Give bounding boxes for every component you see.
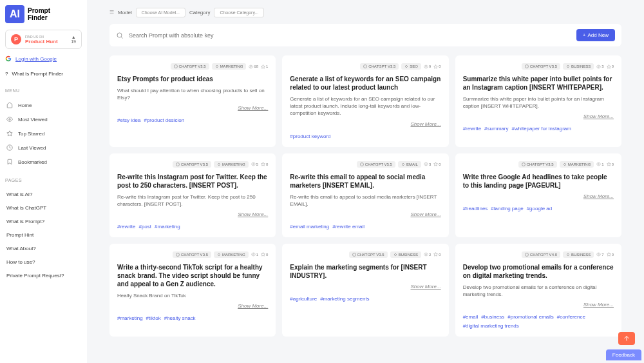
search-bar: +Add New [109, 24, 621, 46]
card-meta: CHATGPT V3.5 SEO 9 0 [290, 63, 440, 70]
category-chip: SEO [401, 63, 421, 70]
views-stat: 1 [596, 162, 603, 166]
card-title: Write a thirty-second TikTok script for … [117, 263, 268, 288]
show-more-link[interactable]: Show More... [117, 105, 268, 111]
tag[interactable]: #tiktok [146, 315, 161, 321]
prompt-card[interactable]: CHATGPT V3.5 BUSINESS 2 0 Explain the ma… [282, 244, 448, 337]
menu-item-last-viewed[interactable]: Last Viewed [5, 141, 82, 155]
page-link[interactable]: What is ChatGPT [5, 201, 82, 215]
show-more-link[interactable]: Show More... [290, 284, 440, 289]
tag[interactable]: #headlines [463, 206, 488, 211]
page-link[interactable]: What About? [5, 242, 82, 255]
tag[interactable]: #marketing [155, 224, 180, 230]
prompt-card[interactable]: CHATGPT V3.5 BUSINESS 3 0 Summarize this… [455, 55, 621, 147]
tag[interactable]: #post [138, 224, 151, 230]
tag[interactable]: #rewrite [463, 126, 481, 132]
tag[interactable]: #promotional emails [507, 314, 554, 320]
svg-point-20 [522, 162, 525, 166]
page-link[interactable]: What is Prompt? [5, 215, 82, 228]
category-chip: MARKETING [560, 161, 594, 168]
show-more-link[interactable]: Show More... [290, 121, 440, 127]
pages-label: PAGES [5, 178, 82, 182]
page-link[interactable]: Private Prompt Request? [5, 269, 82, 282]
card-meta: CHATGPT V3.5 BUSINESS 3 0 [463, 63, 614, 70]
category-chip: MARKETING [214, 251, 249, 258]
model-chip: CHATGPT V3.5 [173, 251, 211, 258]
page-link[interactable]: What is AI? [5, 188, 82, 201]
feedback-button[interactable]: Feedback [606, 349, 641, 360]
producthunt-badge[interactable]: P FIND US ON Product Hunt ▲19 [5, 30, 82, 49]
svg-marker-1 [7, 131, 12, 136]
menu-item-top-starred[interactable]: Top Starred [5, 126, 82, 141]
tag[interactable]: #whitepaper for instagram [511, 126, 571, 132]
prompt-card[interactable]: CHATGPT V4.0 BUSINESS 7 0 Develop two pr… [455, 244, 621, 337]
menu-item-bookmarked[interactable]: Bookmarked [5, 155, 82, 169]
show-more-link[interactable]: Show More... [117, 303, 268, 309]
prompt-card[interactable]: CHATGPT V3.5 EMAIL 3 0 Re-write this ema… [282, 153, 448, 237]
model-select[interactable]: Choose AI Model... [136, 8, 185, 17]
menu-item-home[interactable]: Home [5, 98, 82, 112]
category-select[interactable]: Choose Category... [214, 8, 264, 17]
card-desc: Generate a list of keywords for an SEO c… [290, 95, 440, 117]
show-more-link[interactable]: Show More... [117, 211, 268, 217]
tag[interactable]: #email [463, 314, 478, 320]
views-stat: 3 [596, 64, 603, 69]
card-tags: #email marketing#rewrite email [290, 224, 440, 230]
tag[interactable]: #conference [557, 314, 585, 320]
svg-point-15 [252, 164, 254, 165]
show-more-link[interactable]: Show More... [463, 302, 614, 308]
tag[interactable]: #landing page [491, 206, 523, 211]
sidebar: AI Prompt Finder P FIND US ON Product Hu… [0, 0, 87, 363]
page-link[interactable]: Prompt Hint [5, 228, 82, 242]
tag[interactable]: #summary [484, 126, 508, 132]
show-more-link[interactable]: Show More... [463, 193, 614, 199]
card-tags: #rewrite#post#marketing [117, 224, 268, 230]
card-desc: Healty Snack Brand on TikTok [117, 292, 268, 299]
tag[interactable]: #rewrite email [332, 224, 365, 230]
search-input[interactable] [129, 32, 571, 39]
prompt-card[interactable]: CHATGPT V3.5 MARKETING 1 0 Write three G… [455, 153, 621, 237]
svg-point-24 [252, 254, 254, 255]
show-more-link[interactable]: Show More... [463, 113, 614, 119]
add-new-button[interactable]: +Add New [576, 29, 615, 41]
producthunt-main: Product Hunt [25, 39, 67, 44]
tag[interactable]: #email marketing [290, 224, 329, 230]
card-tags: #product keyword [290, 133, 440, 139]
stars-stat: 0 [607, 162, 614, 166]
tag[interactable]: #digital marketing trends [463, 323, 519, 329]
tag[interactable]: #etsy idea [117, 117, 140, 123]
svg-point-8 [364, 65, 367, 68]
tag[interactable]: #product desicion [144, 117, 184, 123]
main-content: ☰ Model Choose AI Model... Category Choo… [87, 0, 644, 363]
menu-item-most-viewed[interactable]: Most Viewed [5, 112, 82, 126]
card-desc: Re-write this email to appeal to social … [290, 193, 440, 208]
arrow-up-icon [623, 335, 630, 342]
tag[interactable]: #marketing [117, 315, 143, 321]
tag[interactable]: #product keyword [290, 133, 330, 139]
prompt-card[interactable]: CHATGPT V3.5 MARKETING 68 1 Etsy Prompts… [109, 55, 276, 147]
card-meta: CHATGPT V4.0 BUSINESS 7 0 [463, 251, 614, 258]
tag[interactable]: #marketing segments [320, 296, 369, 302]
model-chip: CHATGPT V3.5 [349, 251, 388, 258]
tag[interactable]: #rewrite [117, 224, 135, 230]
scroll-top-button[interactable] [618, 332, 635, 345]
tag[interactable]: #business [481, 314, 504, 320]
prompt-card[interactable]: CHATGPT V3.5 SEO 9 0 Generate a list of … [282, 55, 448, 147]
tag[interactable]: #google ad [527, 206, 553, 211]
logo[interactable]: AI Prompt Finder [5, 5, 82, 23]
svg-point-0 [9, 119, 11, 121]
prompt-card[interactable]: CHATGPT V3.5 MARKETING 1 0 Write a thirt… [109, 244, 276, 337]
tag[interactable]: #healty snack [164, 315, 196, 321]
card-tags: #etsy idea#product desicion [117, 117, 268, 123]
what-is-link[interactable]: ? What is Prompt Finder [5, 68, 82, 79]
producthunt-count: ▲19 [71, 35, 76, 44]
login-google[interactable]: Login with Google [5, 53, 82, 64]
show-more-link[interactable]: Show More... [290, 211, 440, 217]
svg-marker-13 [607, 64, 611, 68]
category-label: Category [189, 10, 210, 15]
prompt-card[interactable]: CHATGPT V3.5 MARKETING 5 0 Re-write this… [109, 153, 276, 237]
card-meta: CHATGPT V3.5 MARKETING 5 0 [117, 161, 268, 168]
tag[interactable]: #agriculture [290, 296, 317, 302]
page-link[interactable]: How to use? [5, 255, 82, 269]
card-desc: Re-write this Instagram post for Twitter… [117, 193, 268, 208]
